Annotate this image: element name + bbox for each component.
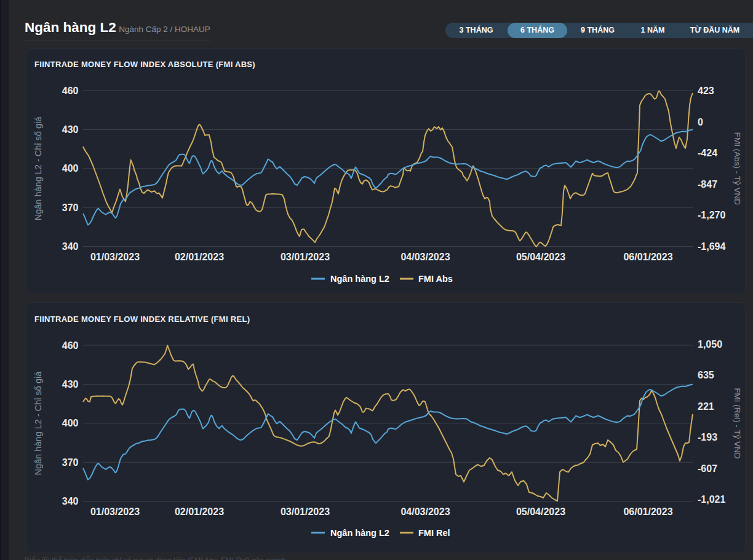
svg-text:03/01/2023: 03/01/2023: [281, 252, 330, 262]
svg-text:635: 635: [698, 370, 714, 380]
svg-text:340: 340: [62, 496, 79, 506]
svg-text:05/04/2023: 05/04/2023: [516, 252, 565, 262]
svg-text:423: 423: [698, 86, 714, 96]
svg-text:FMI (Abs) - Tỷ VND: FMI (Abs) - Tỷ VND: [733, 132, 742, 206]
svg-text:460: 460: [62, 86, 79, 96]
svg-text:0: 0: [698, 117, 703, 127]
svg-text:400: 400: [62, 418, 79, 428]
svg-text:-424: -424: [698, 148, 717, 158]
svg-text:FMI Abs: FMI Abs: [418, 274, 453, 284]
svg-text:04/03/2023: 04/03/2023: [400, 252, 450, 262]
svg-text:Ngân hàng L2 - Chỉ số giá: Ngân hàng L2 - Chỉ số giá: [33, 116, 43, 220]
svg-text:Ngân hàng L2 - Chỉ số giá: Ngân hàng L2 - Chỉ số giá: [33, 371, 43, 475]
svg-text:460: 460: [62, 340, 79, 351]
svg-text:430: 430: [62, 379, 79, 390]
svg-text:02/01/2023: 02/01/2023: [175, 252, 224, 262]
svg-text:01/03/2023: 01/03/2023: [90, 506, 140, 517]
svg-text:05/04/2023: 05/04/2023: [516, 506, 565, 517]
svg-text:221: 221: [698, 401, 714, 412]
svg-text:430: 430: [62, 124, 79, 135]
svg-text:370: 370: [62, 457, 79, 468]
svg-text:FMI (Rel) - Tỷ VND: FMI (Rel) - Tỷ VND: [733, 388, 742, 458]
svg-text:370: 370: [62, 202, 79, 213]
svg-text:400: 400: [62, 163, 79, 174]
svg-text:1,050: 1,050: [698, 339, 722, 350]
svg-text:01/03/2023: 01/03/2023: [90, 252, 140, 262]
svg-text:-607: -607: [698, 463, 717, 474]
svg-text:06/01/2023: 06/01/2023: [623, 506, 672, 517]
svg-text:02/01/2023: 02/01/2023: [175, 506, 224, 517]
svg-text:-193: -193: [698, 432, 717, 442]
svg-text:-847: -847: [698, 179, 717, 190]
svg-text:Ngân hàng L2: Ngân hàng L2: [330, 528, 389, 538]
svg-text:-1,270: -1,270: [698, 210, 725, 220]
svg-text:-1,021: -1,021: [698, 494, 725, 505]
svg-text:06/01/2023: 06/01/2023: [623, 252, 672, 262]
svg-text:04/03/2023: 04/03/2023: [400, 506, 450, 517]
svg-text:Ngân hàng L2: Ngân hàng L2: [330, 274, 389, 284]
svg-text:-1,694: -1,694: [698, 241, 725, 252]
svg-text:340: 340: [62, 241, 79, 252]
svg-text:03/01/2023: 03/01/2023: [281, 506, 330, 517]
svg-text:FMI Rel: FMI Rel: [418, 528, 450, 538]
